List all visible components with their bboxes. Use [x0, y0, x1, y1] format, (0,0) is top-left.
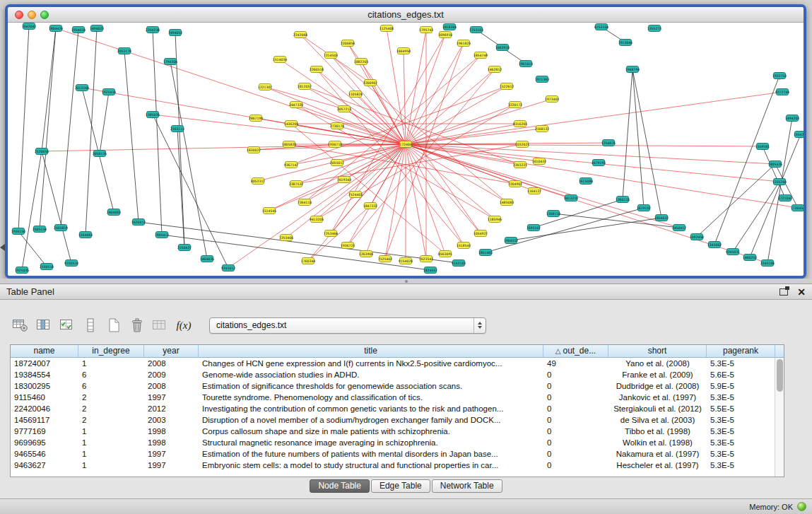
cell-title[interactable]: Structural magnetic resonance image aver… — [199, 437, 543, 448]
cell-title[interactable]: Changes of HCN gene expression and I(f) … — [199, 358, 543, 369]
cell-short[interactable]: Stergiakouli et al. (2012) — [608, 403, 707, 414]
float-panel-icon[interactable] — [779, 288, 788, 296]
show-columns-icon[interactable] — [35, 317, 53, 334]
cell-pagerank[interactable]: 5.6E-5 — [707, 369, 775, 380]
network-window-titlebar[interactable]: citations_edges.txt — [8, 7, 804, 23]
table-row[interactable]: 969969511998Structural magnetic resonanc… — [11, 437, 775, 448]
cell-pagerank[interactable]: 5.3E-5 — [707, 448, 775, 460]
cell-in_degree[interactable]: 1 — [78, 426, 144, 437]
cell-short[interactable]: Hescheler et al. (1997) — [608, 460, 707, 471]
cell-in_degree[interactable]: 6 — [78, 380, 144, 392]
cell-title[interactable]: Corpus callosum shape and size in male p… — [199, 426, 543, 437]
cell-in_degree[interactable]: 1 — [78, 448, 144, 460]
table-row[interactable]: 1872400712008Changes of HCN gene express… — [11, 358, 775, 369]
edit-table-icon[interactable] — [58, 317, 76, 334]
cell-title[interactable]: Genome-wide association studies in ADHD. — [199, 369, 543, 380]
cell-pagerank[interactable]: 5.3E-5 — [707, 414, 775, 426]
column-header-title[interactable]: title — [199, 345, 543, 358]
cell-title[interactable]: Estimation of the future numbers of pati… — [199, 448, 543, 460]
table-row[interactable]: 946362711997Embryonic stem cells: a mode… — [11, 460, 775, 471]
cell-short[interactable]: Franke et al. (2009) — [608, 369, 707, 380]
delete-table-icon[interactable] — [128, 317, 146, 334]
cell-year[interactable]: 2008 — [144, 380, 199, 392]
cell-in_degree[interactable]: 2 — [78, 403, 144, 414]
cell-out_de[interactable]: 0 — [543, 369, 608, 380]
cell-name[interactable]: 9699695 — [11, 437, 78, 448]
cell-out_de[interactable]: 0 — [543, 460, 608, 471]
column-header-in_degree[interactable]: in_degree — [78, 345, 144, 358]
cell-pagerank[interactable]: 5.3E-5 — [707, 460, 775, 471]
cell-in_degree[interactable]: 1 — [78, 460, 144, 471]
cell-name[interactable]: 9115460 — [11, 392, 78, 403]
cell-pagerank[interactable]: 5.3E-5 — [707, 392, 775, 403]
cell-short[interactable]: Dudbridge et al. (2008) — [608, 380, 707, 392]
cell-short[interactable]: Jankovic et al. (1997) — [608, 392, 707, 403]
table-row[interactable]: 977716911998Corpus callosum shape and si… — [11, 426, 775, 437]
cell-in_degree[interactable]: 1 — [78, 358, 144, 369]
import-table-icon[interactable] — [151, 317, 170, 334]
cell-out_de[interactable]: 0 — [543, 380, 608, 392]
column-header-year[interactable]: year — [144, 345, 199, 358]
cell-name[interactable]: 22420046 — [11, 403, 78, 414]
cell-in_degree[interactable]: 1 — [78, 437, 144, 448]
cell-name[interactable]: 9463627 — [11, 460, 78, 471]
window-zoom-button[interactable] — [40, 11, 49, 19]
cell-year[interactable]: 1998 — [144, 437, 199, 448]
cell-short[interactable]: Yano et al. (2008) — [608, 358, 707, 369]
cell-year[interactable]: 1997 — [144, 448, 199, 460]
cell-name[interactable]: 18300295 — [11, 380, 78, 392]
cell-out_de[interactable]: 0 — [543, 403, 608, 414]
table-row[interactable]: 1938455462009Genome-wide association stu… — [11, 369, 775, 380]
cell-in_degree[interactable]: 2 — [78, 392, 144, 403]
cell-year[interactable]: 1997 — [144, 460, 199, 471]
collapse-panel-arrow-icon[interactable] — [0, 244, 5, 251]
tab-node-table[interactable]: Node Table — [310, 479, 370, 493]
cell-title[interactable]: Disruption of a novel member of a sodium… — [199, 414, 543, 426]
function-builder-icon[interactable]: f(x) — [175, 317, 193, 334]
table-row[interactable]: 1830029562008Estimation of significance … — [11, 380, 775, 392]
cell-out_de[interactable]: 0 — [543, 392, 608, 403]
column-header-name[interactable]: name — [11, 345, 78, 358]
window-close-button[interactable] — [15, 11, 23, 19]
table-settings-icon[interactable] — [11, 317, 30, 334]
cell-title[interactable]: Investigating the contribution of common… — [199, 403, 543, 414]
cell-pagerank[interactable]: 5.3E-5 — [707, 358, 775, 369]
cell-name[interactable]: 9465546 — [11, 448, 78, 460]
cell-short[interactable]: Tibbo et al. (1998) — [608, 426, 707, 437]
window-minimize-button[interactable] — [28, 11, 36, 19]
column-header-short[interactable]: short — [608, 345, 707, 358]
cell-title[interactable]: Tourette syndrome. Phenomenology and cla… — [199, 392, 543, 403]
cell-year[interactable]: 1998 — [144, 426, 199, 437]
tab-edge-table[interactable]: Edge Table — [371, 479, 430, 493]
table-row[interactable]: 2242004622012Investigating the contribut… — [11, 403, 775, 414]
close-panel-icon[interactable]: ✕ — [797, 287, 806, 297]
cell-out_de[interactable]: 0 — [543, 437, 608, 448]
panel-divider[interactable] — [0, 279, 812, 284]
table-row[interactable]: 1456911722003Disruption of a novel membe… — [11, 414, 775, 426]
cell-out_de[interactable]: 0 — [543, 426, 608, 437]
create-table-icon[interactable] — [105, 317, 123, 334]
table-row[interactable]: 911546021997Tourette syndrome. Phenomeno… — [11, 392, 775, 403]
cell-year[interactable]: 2003 — [144, 414, 199, 426]
cell-pagerank[interactable]: 5.9E-5 — [707, 380, 775, 392]
cell-name[interactable]: 18724007 — [11, 358, 78, 369]
cell-pagerank[interactable]: 5.3E-5 — [707, 437, 775, 448]
row-options-icon[interactable] — [81, 317, 100, 334]
network-canvas[interactable]: 1724041795743169691019618251854749146281… — [8, 23, 804, 276]
cell-in_degree[interactable]: 6 — [78, 369, 144, 380]
tab-network-table[interactable]: Network Table — [432, 479, 502, 493]
cell-out_de[interactable]: 0 — [543, 414, 608, 426]
cell-year[interactable]: 1997 — [144, 392, 199, 403]
cell-name[interactable]: 9777169 — [11, 426, 78, 437]
cell-title[interactable]: Embryonic stem cells: a model to study s… — [199, 460, 543, 471]
cell-out_de[interactable]: 0 — [543, 448, 608, 460]
column-header-pagerank[interactable]: pagerank — [707, 345, 775, 358]
table-selector-dropdown[interactable]: citations_edges.txt — [209, 317, 486, 334]
cell-pagerank[interactable]: 5.5E-5 — [707, 403, 775, 414]
cell-year[interactable]: 2009 — [144, 369, 199, 380]
cell-out_de[interactable]: 49 — [543, 358, 608, 369]
table-row[interactable]: 946554611997Estimation of the future num… — [11, 448, 775, 460]
cell-short[interactable]: de Silva et al. (2003) — [608, 414, 707, 426]
table-scrollbar[interactable] — [775, 358, 784, 477]
scrollbar-thumb[interactable] — [777, 359, 783, 392]
